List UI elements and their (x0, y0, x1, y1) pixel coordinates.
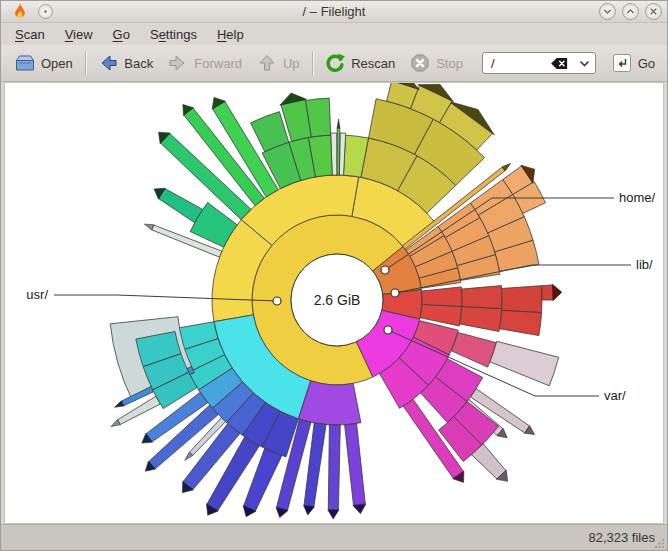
file-count-status: 82,323 files (589, 530, 656, 545)
forward-button: Forward (160, 49, 249, 77)
chart-segment[interactable] (460, 307, 502, 332)
rescan-refresh-icon (324, 52, 346, 74)
menu-bar: Scan View Go Settings Help (1, 23, 667, 45)
resize-grip[interactable] (655, 538, 665, 548)
clear-text-button[interactable] (550, 57, 569, 70)
back-arrow-icon (97, 52, 119, 74)
back-button[interactable]: Back (90, 49, 160, 77)
filelight-radial-map[interactable]: 2.6 GiBusr/home/lib/var/ (5, 83, 664, 523)
chart-segment-tip (144, 224, 153, 230)
up-button: Up (249, 49, 307, 77)
maximize-button[interactable] (622, 3, 639, 20)
title-bar: / – Filelight (1, 1, 667, 23)
status-bar: 82,323 files (1, 524, 667, 550)
chart-segment[interactable] (490, 341, 559, 386)
window-controls (593, 3, 662, 20)
close-button[interactable] (645, 3, 662, 20)
chart-segment[interactable] (500, 310, 542, 336)
callout-anchor-home (381, 266, 389, 274)
combobox-dropdown-button[interactable] (575, 60, 590, 67)
chart-segment-tip (328, 510, 339, 519)
chevron-down-icon (579, 60, 590, 67)
callout-label-lib: lib/ (636, 257, 653, 272)
chart-center-label: 2.6 GiB (314, 292, 361, 308)
enter-key-icon (612, 53, 632, 73)
chart-segment[interactable] (422, 287, 462, 307)
menu-scan[interactable]: Scan (5, 25, 55, 44)
chart-segment[interactable] (337, 128, 340, 175)
window-title: / – Filelight (1, 4, 667, 19)
chart-segment-tip (304, 505, 315, 515)
chart-segment[interactable] (502, 286, 542, 313)
go-button[interactable]: Go (606, 51, 661, 75)
toolbar-separator (85, 51, 86, 75)
window-menu-button[interactable] (38, 4, 53, 19)
chart-segment-tip (552, 284, 561, 301)
callout-anchor-var (384, 326, 392, 334)
minimize-button[interactable] (599, 3, 616, 20)
rescan-button[interactable]: Rescan (317, 49, 402, 77)
menu-view[interactable]: View (55, 25, 103, 44)
chart-segment[interactable] (159, 189, 203, 223)
callout-anchor-lib (391, 289, 399, 297)
stop-octagon-icon (409, 52, 431, 74)
callout-anchor-usr (273, 297, 281, 305)
up-arrow-icon (256, 52, 278, 74)
callout-label-home: home/ (619, 190, 656, 205)
stop-button: Stop (402, 49, 470, 77)
chart-segment[interactable] (328, 425, 340, 510)
filelight-window: / – Filelight Scan View Go Settings Help (0, 0, 668, 551)
open-folder-icon (14, 52, 36, 74)
chart-segment[interactable] (462, 286, 503, 309)
tool-bar: Open Back Forward Up Resc (1, 45, 667, 82)
menu-help[interactable]: Help (207, 25, 254, 44)
chart-segment[interactable] (542, 285, 554, 300)
dot-icon (44, 10, 47, 13)
callout-label-usr: usr/ (26, 287, 48, 302)
callout-label-var: var/ (604, 388, 626, 403)
chevron-up-icon (624, 5, 637, 18)
chart-segment-tip (353, 504, 366, 514)
toolbar-separator (312, 51, 313, 75)
close-icon (647, 5, 660, 18)
radial-map-canvas: 2.6 GiBusr/home/lib/var/ (4, 82, 664, 524)
backspace-clear-icon (550, 57, 569, 70)
chevron-down-icon (601, 5, 614, 18)
forward-arrow-icon (167, 52, 189, 74)
location-combobox[interactable]: / (482, 52, 596, 74)
chart-segment-tip (337, 119, 340, 128)
menu-go[interactable]: Go (103, 25, 140, 44)
chart-segment[interactable] (345, 424, 366, 506)
location-input[interactable]: / (491, 56, 550, 71)
menu-settings[interactable]: Settings (140, 25, 207, 44)
filelight-app-icon (12, 3, 28, 21)
open-button[interactable]: Open (7, 49, 80, 77)
